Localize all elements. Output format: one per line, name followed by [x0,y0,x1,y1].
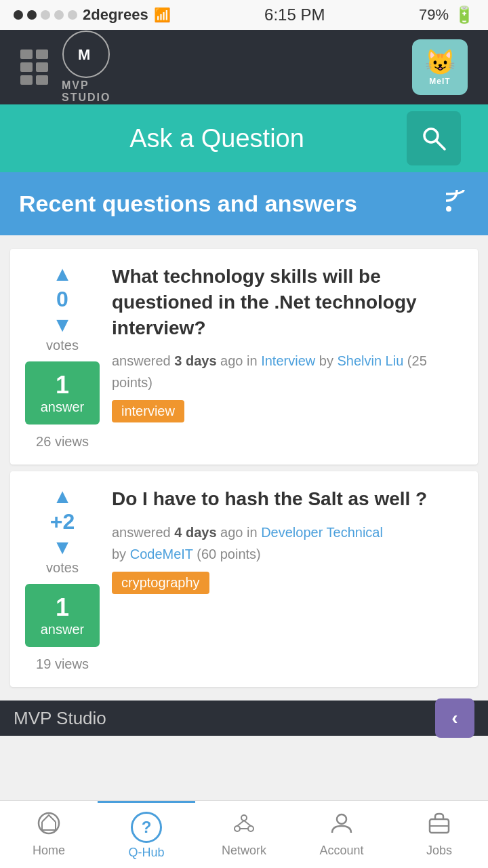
days-ago: 4 days [174,525,216,540]
question-tag[interactable]: interview [112,400,184,422]
carrier-label: 2degrees [83,6,148,24]
answer-number: 1 [32,371,93,399]
home-icon [37,811,61,841]
search-button[interactable] [407,111,461,165]
hamburger-menu-icon[interactable] [20,50,48,85]
menu-cell [36,50,48,59]
battery-level: 79% [419,6,449,24]
answer-label: answer [32,399,93,415]
nav-item-jobs[interactable]: Jobs [390,801,488,868]
answered-text: answered [112,525,171,540]
days-ago: 3 days [174,353,216,368]
search-icon [419,123,449,153]
ago-in-text: ago in [220,525,258,540]
header-left: M MVPSTUDIO [20,31,110,104]
menu-cell [20,50,33,59]
time-display: 6:15 PM [264,5,325,24]
app-header: M MVPSTUDIO 😺 MeIT [0,30,488,104]
back-button[interactable]: ‹ [435,698,474,738]
nav-account-label: Account [319,844,363,858]
by-text: by [319,353,338,368]
answer-count-box: 1 answer [25,584,100,647]
signal-dots [14,10,77,20]
footer-bar: MVP Studio ‹ [0,701,488,736]
dot-5 [68,10,77,20]
votes-label: votes [46,560,79,576]
menu-cell [36,75,48,85]
wifi-icon: 📶 [154,7,171,23]
question-card: ▲ +2 ▼ votes 1 answer 19 views Do I have… [10,471,478,687]
ask-question-banner[interactable]: Ask a Question [0,104,488,172]
nav-item-account[interactable]: Account [293,801,390,868]
svg-line-2 [436,140,445,149]
answered-text: answered [112,353,171,368]
nav-network-label: Network [222,844,266,858]
menu-cell [36,62,48,72]
footer-title: MVP Studio [14,708,106,729]
vote-up-icon[interactable]: ▲ [52,264,73,284]
nav-item-home[interactable]: Home [0,801,98,868]
nav-qhub-label: Q-Hub [128,846,164,860]
svg-line-11 [237,821,244,826]
question-body: Do I have to hash the Salt as well ? ans… [112,486,463,672]
vote-down-icon[interactable]: ▼ [52,537,73,557]
recent-questions-title: Recent questions and answers [19,189,357,218]
back-arrow-icon: ‹ [451,707,458,729]
vote-up-icon[interactable]: ▲ [52,486,73,507]
battery-icon: 🔋 [454,5,474,24]
user-avatar[interactable]: 😺 MeIT [412,39,468,95]
svg-point-3 [446,206,451,212]
question-title[interactable]: Do I have to hash the Salt as well ? [112,486,463,512]
views-count: 19 views [36,656,89,672]
dot-2 [27,10,37,20]
status-right: 79% 🔋 [419,5,474,24]
vote-count: +2 [50,509,75,534]
logo-text: MVPSTUDIO [62,79,110,104]
ago-in-text: ago in [220,353,258,368]
ask-question-label: Ask a Question [27,124,407,153]
author-link[interactable]: Shelvin Liu [337,353,403,368]
nav-item-network[interactable]: Network [195,801,293,868]
jobs-icon [427,811,451,841]
question-title[interactable]: What technology skills will be questione… [112,264,463,340]
votes-label: votes [46,338,79,353]
svg-point-9 [235,826,240,831]
answer-number: 1 [32,593,93,622]
rss-icon[interactable] [445,189,469,219]
question-meta: answered 3 days ago in Interview by Shel… [112,350,463,393]
answer-count-box: 1 answer [25,361,100,425]
dot-4 [54,10,64,20]
menu-cell [20,75,33,85]
status-left: 2degrees 📶 [14,6,171,24]
views-count: 26 views [36,434,89,450]
vote-section: ▲ +2 ▼ votes 1 answer 19 views [25,486,100,672]
account-icon [329,811,354,841]
mvp-logo-svg: M [73,41,100,68]
svg-point-8 [241,815,247,821]
nav-jobs-label: Jobs [426,844,452,858]
vote-count: 0 [56,287,68,312]
answer-label: answer [32,622,93,637]
points-text: (60 points) [197,547,261,561]
svg-line-12 [244,821,251,826]
app-logo: M MVPSTUDIO [62,31,110,104]
rss-feed-icon [445,189,469,213]
author-link[interactable]: CodeMeIT [130,547,193,561]
question-tag[interactable]: cryptography [112,572,209,594]
question-card: ▲ 0 ▼ votes 1 answer 26 views What techn… [10,249,478,465]
vote-down-icon[interactable]: ▼ [52,315,73,335]
question-meta: answered 4 days ago in Developer Technic… [112,521,463,565]
category-link[interactable]: Developer Technical [261,525,383,540]
network-icon [232,811,256,841]
category-link[interactable]: Interview [261,353,315,368]
qhub-icon: ? [131,812,162,843]
by-text: by [112,547,130,561]
nav-item-qhub[interactable]: ? Q-Hub [98,801,195,868]
svg-point-10 [248,826,253,831]
dot-1 [14,10,23,20]
menu-cell [20,62,33,72]
svg-text:M: M [78,46,90,63]
recent-questions-header: Recent questions and answers [0,172,488,235]
status-bar: 2degrees 📶 6:15 PM 79% 🔋 [0,0,488,30]
question-body: What technology skills will be questione… [112,264,463,450]
